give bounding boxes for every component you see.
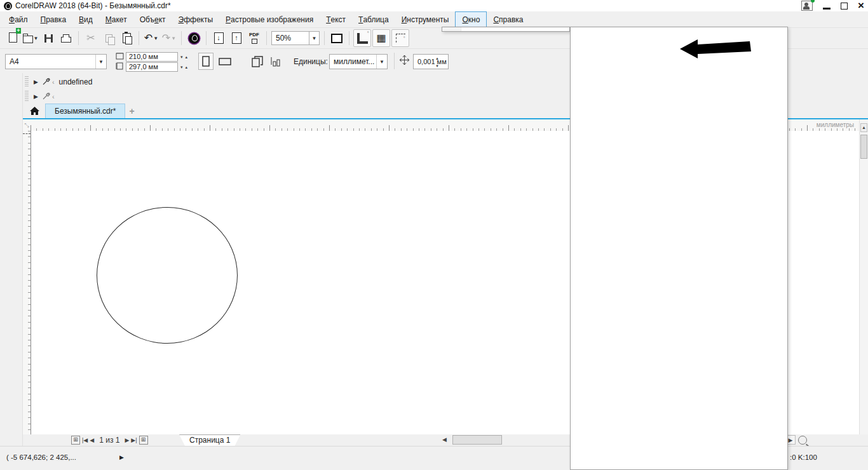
- page-tab[interactable]: Страница 1: [179, 434, 240, 446]
- import-button[interactable]: ↓: [210, 30, 227, 46]
- toolbar-separator: [78, 31, 79, 45]
- toolbar-separator: [181, 31, 182, 45]
- chevron-down-icon[interactable]: ▼: [95, 55, 106, 69]
- nudge-offset-icon: [399, 55, 410, 67]
- home-icon[interactable]: [29, 106, 40, 116]
- open-button[interactable]: ▼: [22, 30, 39, 46]
- paste-button[interactable]: [118, 30, 135, 46]
- menubar-item-Эффекты[interactable]: Эффекты: [172, 11, 220, 27]
- page-size-combo[interactable]: A4 ▼: [5, 54, 107, 69]
- document-tab[interactable]: Безымянный.cdr*: [45, 104, 125, 118]
- toolbar-separator: [266, 31, 267, 45]
- add-page-before-button[interactable]: ⊞: [71, 436, 80, 445]
- menubar-item-Правка[interactable]: Правка: [34, 11, 73, 27]
- corel-connect-button[interactable]: [186, 30, 202, 46]
- print-button[interactable]: [58, 30, 74, 46]
- corel-logo-icon: [4, 2, 12, 10]
- cut-button[interactable]: ✂: [83, 30, 99, 46]
- units-combo[interactable]: миллимет... ▼: [329, 54, 388, 69]
- show-grid-button[interactable]: ▦: [372, 29, 390, 47]
- nudge-spinner[interactable]: ▴ ▾: [435, 56, 440, 69]
- new-document-tab-button[interactable]: +: [129, 106, 134, 116]
- page-size-value: A4: [6, 57, 95, 66]
- color-info: :0 K:100: [790, 453, 817, 461]
- vscroll-up-arrow[interactable]: ▲: [860, 123, 867, 132]
- vertical-ruler[interactable]: [23, 131, 31, 434]
- all-pages-button[interactable]: [249, 53, 266, 70]
- export-button[interactable]: ↑: [228, 30, 245, 46]
- zoom-magnifier-icon[interactable]: [798, 436, 807, 445]
- window-title: CorelDRAW 2018 (64-Bit) - Безымянный.cdr…: [15, 1, 171, 10]
- chevron-down-icon[interactable]: ▼: [376, 55, 387, 69]
- menubar-item-Справка[interactable]: Справка: [487, 11, 529, 27]
- close-button[interactable]: ×: [858, 1, 864, 10]
- hscroll-left-arrow[interactable]: ◀: [442, 436, 447, 443]
- palette-drag-handle[interactable]: [25, 76, 29, 88]
- menubar-item-Таблица[interactable]: Таблица: [352, 11, 395, 27]
- nudge-value: 0,001 мм: [414, 58, 448, 65]
- show-guidelines-button[interactable]: [391, 29, 409, 47]
- copy-button[interactable]: [100, 30, 117, 46]
- toolbar-separator: [349, 31, 349, 45]
- restore-button[interactable]: [841, 3, 848, 10]
- ruler-origin-icon[interactable]: ⤡: [23, 119, 31, 131]
- eyedropper-icon[interactable]: [42, 92, 50, 102]
- width-spinner[interactable]: ▾ ▴: [180, 55, 188, 60]
- previous-page-button[interactable]: ◀: [90, 437, 94, 443]
- portrait-orientation-button[interactable]: [198, 53, 214, 70]
- coreldraw-window: CorelDRAW 2018 (64-Bit) - Безымянный.cdr…: [0, 0, 868, 470]
- page-width-icon: [116, 53, 124, 62]
- menubar-item-Макет[interactable]: Макет: [99, 11, 133, 27]
- window-menu: [442, 27, 570, 32]
- next-page-button[interactable]: ▶: [125, 437, 129, 443]
- page-height-field[interactable]: 297,0 мм: [126, 62, 178, 72]
- color-swatches: undefined: [59, 77, 93, 86]
- dockers-submenu: [570, 27, 788, 470]
- menubar-item-Растровые изображения[interactable]: Растровые изображения: [219, 11, 320, 27]
- new-document-button[interactable]: +: [4, 30, 21, 46]
- toolbar-separator: [139, 31, 139, 45]
- menubar-item-Инструменты[interactable]: Инструменты: [395, 11, 456, 27]
- horizontal-scrollbar-thumb[interactable]: [452, 435, 502, 445]
- page-edge-marker: [23, 133, 31, 134]
- menubar-item-Объект[interactable]: Объект: [133, 11, 172, 27]
- toolbox: [0, 73, 23, 446]
- landscape-orientation-button[interactable]: [216, 55, 234, 68]
- palette-scroll-left-icon[interactable]: ‹: [52, 78, 55, 86]
- document-tab-label: Безымянный.cdr*: [55, 107, 116, 116]
- page-width-field[interactable]: 210,0 мм: [126, 52, 178, 62]
- palette-scroll-left-icon[interactable]: ‹: [52, 93, 55, 100]
- page-dimensions-button[interactable]: [268, 53, 283, 70]
- circle-shape[interactable]: [97, 207, 238, 344]
- menubar-item-Вид[interactable]: Вид: [72, 11, 99, 27]
- cursor-coordinates: ( -5 674,626; 2 425,...: [6, 453, 76, 461]
- menubar-item-Окно[interactable]: Окно: [455, 11, 487, 27]
- chevron-down-icon[interactable]: ▼: [309, 32, 319, 44]
- palette-drag-handle[interactable]: [25, 91, 29, 102]
- page-height-icon: [116, 62, 124, 72]
- show-rulers-button[interactable]: [353, 29, 371, 47]
- menubar-item-Текст[interactable]: Текст: [320, 11, 352, 27]
- nudge-field[interactable]: 0,001 мм: [413, 54, 449, 69]
- palette-flyout-icon[interactable]: ▶: [34, 93, 38, 100]
- undo-button[interactable]: ↶▼: [143, 30, 159, 46]
- user-account-icon[interactable]: [801, 1, 813, 11]
- add-page-after-button[interactable]: ⊞: [139, 436, 148, 445]
- palette-flyout-icon[interactable]: ▶: [34, 79, 38, 85]
- full-screen-preview-button[interactable]: [329, 30, 345, 46]
- publish-pdf-button[interactable]: PDF: [246, 30, 262, 46]
- first-page-button[interactable]: |◀: [82, 437, 88, 443]
- minimize-button[interactable]: [823, 8, 831, 10]
- zoom-level-combo[interactable]: 50% ▼: [271, 31, 320, 45]
- redo-button[interactable]: ↷▼: [161, 30, 177, 46]
- menubar-item-Файл[interactable]: Файл: [3, 11, 34, 27]
- vertical-scrollbar-thumb[interactable]: [860, 135, 867, 159]
- toolbar-separator: [206, 31, 207, 45]
- height-spinner[interactable]: ▾ ▴: [180, 65, 188, 70]
- vertical-scrollbar[interactable]: ▲: [859, 119, 868, 434]
- menu-bar: ФайлПравкаВидМакетОбъектЭффектыРастровые…: [0, 11, 868, 28]
- eyedropper-icon[interactable]: [42, 77, 50, 88]
- save-button[interactable]: [40, 30, 57, 46]
- last-page-button[interactable]: ▶|: [131, 437, 137, 443]
- coordinates-expander-icon[interactable]: ▶: [119, 454, 124, 460]
